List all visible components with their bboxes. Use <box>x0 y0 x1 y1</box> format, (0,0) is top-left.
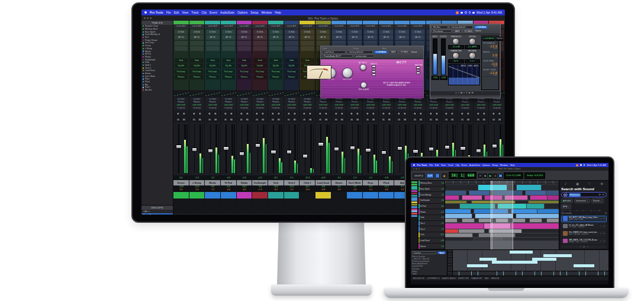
menu-event[interactable]: Event <box>461 164 467 166</box>
ratio-button[interactable] <box>372 65 376 68</box>
audio-clip[interactable] <box>513 214 516 218</box>
mute-button[interactable]: M <box>371 118 376 121</box>
track-name-plate[interactable]: Shaka <box>237 180 252 185</box>
volume-fader[interactable] <box>492 144 498 148</box>
knob[interactable] <box>469 52 476 59</box>
track-name-plate[interactable]: x String <box>189 180 205 185</box>
wifi-icon[interactable] <box>584 164 585 166</box>
pan-knob-left[interactable] <box>350 112 353 116</box>
sound-search-input[interactable]: Reference ⟳ ✕ <box>561 192 607 197</box>
insert-slot[interactable]: BF-76 <box>206 35 220 40</box>
pan-knob-right[interactable] <box>214 112 217 116</box>
volume-fader[interactable] <box>413 149 418 153</box>
midi-note[interactable] <box>595 264 608 267</box>
volume-fader[interactable] <box>318 142 324 146</box>
send-slot[interactable]: Verb <box>253 58 267 63</box>
midi-note[interactable] <box>533 251 608 254</box>
group-assign[interactable]: no group <box>474 107 489 110</box>
track-name-plate[interactable]: Mocks <box>205 180 220 185</box>
track-header[interactable]: Verb -8.2 <box>418 215 445 221</box>
sort-icon[interactable]: ⇅ <box>605 212 607 214</box>
volume-readout[interactable]: -1.2 <box>205 175 220 180</box>
volume-readout[interactable]: +1.5 <box>252 175 268 180</box>
tag-chip[interactable]: Vocals <box>590 210 597 211</box>
audio-clip[interactable] <box>445 185 478 190</box>
insert-slot[interactable]: BF-76 <box>364 35 378 40</box>
track-header[interactable]: Bass Synth -2.4 <box>418 187 445 193</box>
menu-edit[interactable]: Edit <box>174 11 179 14</box>
preset-selector[interactable]: <factory default> <box>347 50 373 54</box>
pan-knob-left[interactable] <box>255 112 259 116</box>
track-list-item[interactable]: Mix Bus <box>141 89 173 92</box>
mute-button[interactable]: M <box>213 118 218 121</box>
instruments-dropdown[interactable]: Instruments ⌄ <box>574 198 590 203</box>
mode-shuffle-button[interactable]: SHUFFLE <box>413 173 425 178</box>
mini-track-row[interactable] <box>411 186 417 188</box>
mute-button[interactable]: M <box>355 118 360 121</box>
volume-fader[interactable] <box>208 149 214 153</box>
send-slot[interactable]: Dly 8th <box>175 63 188 68</box>
group-assign[interactable]: no group <box>379 107 394 110</box>
track-header[interactable]: Lead Vocal +0.8 <box>418 238 445 244</box>
search-icon[interactable] <box>469 11 471 14</box>
audio-clip[interactable] <box>445 223 484 229</box>
ratio-button[interactable] <box>372 71 376 73</box>
solo-button[interactable]: S <box>207 118 212 121</box>
insert-slot[interactable]: BF-76 <box>190 35 204 40</box>
audio-clip[interactable] <box>529 201 559 203</box>
audio-clip[interactable] <box>445 201 466 203</box>
solo-button[interactable]: S <box>271 118 275 121</box>
insert-slot[interactable]: D-Verb <box>206 30 220 34</box>
pan-knob-right[interactable] <box>340 112 344 116</box>
volume-fader[interactable] <box>429 147 434 151</box>
volume-readout[interactable]: -9.1 <box>284 175 300 180</box>
refresh-icon[interactable]: ⟳ <box>598 193 601 196</box>
prev-page-button[interactable]: ‹ <box>580 245 581 248</box>
insert-slot[interactable] <box>237 46 251 51</box>
mute-button[interactable]: M <box>324 118 329 121</box>
group-list-item[interactable]: Drum Bus <box>141 213 173 214</box>
audio-clip[interactable] <box>460 204 495 209</box>
solo-button[interactable]: S <box>365 118 370 121</box>
mini-track-row[interactable] <box>411 195 417 197</box>
gear-icon[interactable]: ⚙ <box>601 182 603 185</box>
menu-setup[interactable]: Setup <box>492 164 498 166</box>
mini-track-row[interactable] <box>411 213 417 214</box>
mixer-channel-strip[interactable]: inserts A-E D-Verb BF-76 Verb Dly 8th Pa… <box>189 21 205 214</box>
plugin-selector[interactable]: Purple Audio MC77 <box>322 55 353 58</box>
send-slot[interactable]: Dly 8th <box>206 63 220 68</box>
insert-slot[interactable]: D-Verb <box>269 30 283 34</box>
loop-button[interactable]: ∞ <box>498 174 503 178</box>
status-tab[interactable]: TRANSPORT <box>471 277 482 280</box>
volume-fader[interactable] <box>334 147 340 151</box>
menu-help[interactable]: Help <box>510 164 515 166</box>
midi-note[interactable] <box>510 251 532 254</box>
tag-chip[interactable]: Drums <box>582 210 589 211</box>
insert-slot[interactable]: D-Verb <box>364 30 378 34</box>
pan-knob-left[interactable] <box>476 112 480 116</box>
midi-note[interactable] <box>453 261 491 264</box>
solo-button[interactable]: S <box>223 118 228 121</box>
user-avatar[interactable] <box>576 164 578 166</box>
volume-fader[interactable] <box>397 146 403 150</box>
insert-slot[interactable] <box>269 41 283 46</box>
audio-clip[interactable] <box>445 233 472 237</box>
insert-slot[interactable]: D-Verb <box>411 30 425 34</box>
stop-button[interactable]: ■ <box>483 174 487 178</box>
mute-button[interactable]: M <box>229 118 234 121</box>
audio-clip[interactable] <box>511 223 559 229</box>
solo-button[interactable]: S <box>444 118 449 121</box>
audio-clip[interactable] <box>472 214 475 218</box>
ratio-button[interactable] <box>372 68 376 71</box>
insert-slot[interactable] <box>175 41 188 46</box>
mute-button[interactable]: M <box>308 118 313 121</box>
pan-knob-left[interactable] <box>271 112 275 116</box>
audio-clip[interactable] <box>445 204 459 209</box>
audio-clip[interactable] <box>459 229 484 233</box>
track-name-plate[interactable]: Hi Pad <box>221 180 236 185</box>
mini-track-row[interactable] <box>411 181 417 183</box>
pan-knob-right[interactable] <box>498 112 501 116</box>
insert-slot[interactable]: BF-76 <box>237 35 251 40</box>
send-slot[interactable]: ParComp <box>285 69 298 74</box>
menu-track[interactable]: Track <box>448 164 453 166</box>
